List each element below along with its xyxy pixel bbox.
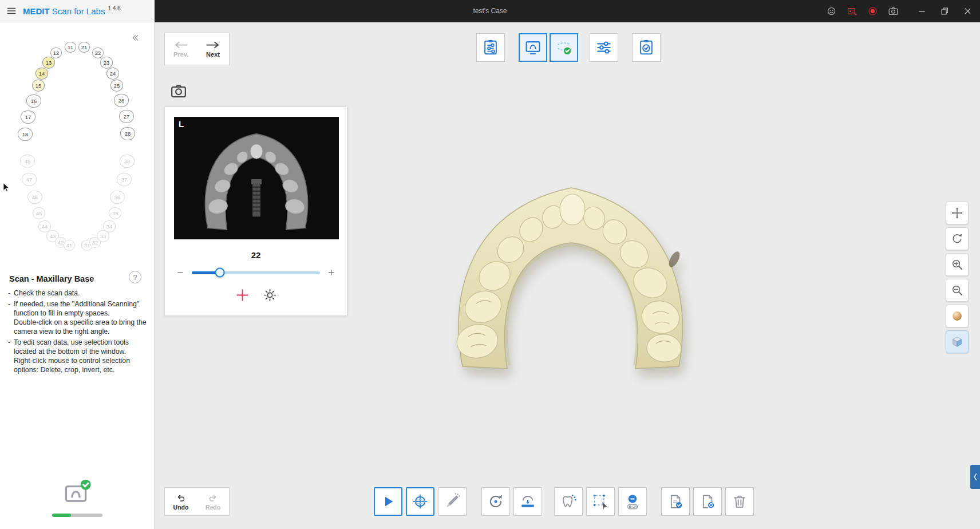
tooth-36[interactable]: 36 <box>110 191 125 204</box>
stage-case-info-button[interactable] <box>476 33 505 62</box>
next-button[interactable]: Next <box>197 33 229 65</box>
titlebar-icons <box>821 0 979 22</box>
brightness-value: 22 <box>165 250 347 260</box>
slider-track[interactable] <box>192 271 320 274</box>
tooth-47[interactable]: 47 <box>22 173 37 186</box>
tooth-21[interactable]: 21 <box>78 42 90 53</box>
material-button[interactable] <box>946 305 969 327</box>
recorder-button[interactable] <box>841 0 862 22</box>
camera-preview-panel: L 22 <box>164 106 347 316</box>
minimize-button[interactable] <box>910 0 933 22</box>
tooth-18[interactable]: 18 <box>18 128 33 141</box>
tooth-select-button[interactable] <box>554 487 583 516</box>
edit-toolbar-group-3: Off <box>554 487 647 516</box>
toggle-off-button[interactable]: Off <box>618 487 647 516</box>
support-face-button[interactable] <box>821 0 841 22</box>
close-button[interactable] <box>956 0 979 22</box>
tooth-24[interactable]: 24 <box>106 68 119 80</box>
tooth-23[interactable]: 23 <box>100 57 113 69</box>
zoom-in-button[interactable] <box>946 253 969 276</box>
reset-view-button[interactable] <box>481 487 510 516</box>
scanner-table-button[interactable] <box>513 487 542 516</box>
step-nav: Prev. Next <box>164 33 230 65</box>
undo-button[interactable]: Undo <box>165 488 197 515</box>
target-button[interactable] <box>406 487 434 516</box>
preview-tools <box>165 287 347 303</box>
sidebar: 1112131415161718212223242526272848474645… <box>0 22 155 529</box>
view-cube-button[interactable] <box>946 330 969 353</box>
tooth-15[interactable]: 15 <box>32 80 45 92</box>
brightness-slider <box>174 265 338 280</box>
edit-toolbar-group-2 <box>481 487 542 516</box>
trash-button[interactable] <box>725 487 754 516</box>
preview-side-label: L <box>179 119 184 129</box>
stage-process-options-button[interactable] <box>590 33 618 62</box>
tooth-26[interactable]: 26 <box>114 94 129 107</box>
tooth-28[interactable]: 28 <box>120 127 135 140</box>
edit-toolbar-group-4 <box>661 487 754 516</box>
maxillary-model-3d <box>424 171 724 384</box>
stage-complete-button[interactable] <box>632 33 661 62</box>
doc-check-button[interactable] <box>661 487 690 516</box>
tooth-45[interactable]: 45 <box>33 207 45 219</box>
tooth-12[interactable]: 12 <box>50 48 62 58</box>
prev-label: Prev. <box>173 51 188 58</box>
screenshot-button[interactable] <box>883 0 903 22</box>
tooth-22[interactable]: 22 <box>92 48 104 58</box>
menu-button[interactable] <box>0 0 23 22</box>
mesh-select-button[interactable] <box>586 487 615 516</box>
slider-thumb[interactable] <box>215 268 225 278</box>
tooth-16[interactable]: 16 <box>26 94 41 108</box>
redo-icon <box>208 493 218 503</box>
view-toolbar <box>946 202 969 353</box>
tooth-27[interactable]: 27 <box>119 110 134 123</box>
tooth-34[interactable]: 34 <box>103 220 116 232</box>
prev-button[interactable]: Prev. <box>165 33 197 65</box>
stage-scan-button[interactable] <box>519 33 547 62</box>
instruction-text: Check the scan data. <box>14 289 80 297</box>
titlebar-left: MEDIT Scan for Labs 1.4.6 <box>0 0 155 22</box>
preview-scan-photo <box>174 117 339 239</box>
redo-button[interactable]: Redo <box>197 488 229 515</box>
crosshair-toggle-button[interactable] <box>234 287 250 303</box>
instruction-text: If needed, use the "Additional Scanning"… <box>14 300 147 335</box>
tooth-41[interactable]: 41 <box>64 240 75 251</box>
stage-scan-check-button[interactable] <box>550 33 578 62</box>
tooth-17[interactable]: 17 <box>21 110 35 124</box>
tooth-14[interactable]: 14 <box>35 68 48 80</box>
record-button[interactable] <box>862 0 883 22</box>
help-button[interactable]: ? <box>129 271 141 283</box>
model-viewport[interactable] <box>424 171 724 384</box>
maximize-button[interactable] <box>933 0 956 22</box>
zoom-out-button[interactable] <box>946 279 969 302</box>
airbrush-button[interactable] <box>438 487 467 516</box>
tooth-11[interactable]: 11 <box>65 42 76 53</box>
doc-reload-button[interactable] <box>693 487 722 516</box>
side-panel-tab[interactable] <box>970 465 980 489</box>
arrow-left-icon <box>172 41 189 49</box>
hamburger-icon <box>6 5 17 17</box>
tooth-46[interactable]: 46 <box>27 191 42 204</box>
undo-icon <box>176 493 186 503</box>
instruction-item: To edit scan data, use selection tools l… <box>8 338 148 375</box>
tooth-35[interactable]: 35 <box>109 207 121 219</box>
instruction-text: To edit scan data, use selection tools l… <box>14 338 130 374</box>
pan-button[interactable] <box>946 202 969 224</box>
rotate-button[interactable] <box>946 227 969 250</box>
tooth-37[interactable]: 37 <box>117 173 132 186</box>
brightness-toggle-button[interactable] <box>262 287 278 303</box>
svg-text:Off: Off <box>633 505 637 508</box>
tooth-25[interactable]: 25 <box>110 80 123 92</box>
scan-complete-icon <box>62 478 93 507</box>
progress-bar <box>52 514 102 517</box>
instruction-item: If needed, use the "Additional Scanning"… <box>8 300 148 337</box>
app-version: 1.4.6 <box>108 5 120 11</box>
tooth-48[interactable]: 48 <box>20 155 35 168</box>
arrow-right-icon <box>204 41 222 49</box>
tooth-13[interactable]: 13 <box>42 57 55 69</box>
tooth-38[interactable]: 38 <box>120 155 135 168</box>
brightness-increase-button[interactable] <box>325 266 338 279</box>
camera-preview-image: L <box>174 117 339 239</box>
brightness-decrease-button[interactable] <box>174 266 187 279</box>
play-button[interactable] <box>374 487 402 516</box>
